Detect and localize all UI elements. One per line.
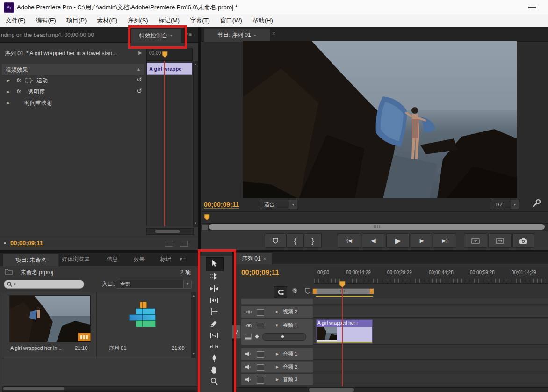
add-marker-button[interactable] bbox=[265, 233, 286, 248]
extract-button[interactable] bbox=[488, 233, 512, 248]
rate-stretch-tool-icon[interactable] bbox=[209, 307, 219, 316]
timeline-timecode[interactable]: 00;00;09;11 bbox=[241, 269, 279, 276]
track-lock-toggle[interactable] bbox=[257, 377, 264, 384]
minimize-button[interactable] bbox=[528, 7, 536, 8]
ec-toggle-icon[interactable] bbox=[165, 241, 173, 247]
track-header-video2[interactable]: ▶ 视频 2 bbox=[241, 306, 313, 318]
ec-vscrollbar[interactable]: ▲ ▼ bbox=[193, 61, 198, 227]
ec-effect-row-motion[interactable]: ▶ fx 运动 ↺ bbox=[2, 75, 144, 86]
tab-close-icon[interactable]: × bbox=[272, 31, 275, 36]
razor-tool-icon[interactable] bbox=[210, 319, 218, 327]
media-browser-tab[interactable]: 媒体浏览器 bbox=[62, 256, 90, 262]
track-lane-audio2[interactable] bbox=[313, 361, 548, 372]
menu-title[interactable]: 字幕(T) bbox=[190, 16, 210, 25]
ec-mini-clip[interactable]: A girl wrappe bbox=[147, 63, 192, 75]
scroll-up-icon[interactable]: ▲ bbox=[194, 63, 197, 65]
scroll-down-icon[interactable]: ▼ bbox=[194, 222, 197, 225]
track-lane-audio1[interactable] bbox=[313, 348, 548, 360]
pen-tool-icon[interactable] bbox=[210, 354, 218, 363]
slide-tool-icon[interactable] bbox=[209, 342, 219, 351]
timeline-playhead-line[interactable] bbox=[342, 283, 343, 386]
track-output-eye-icon[interactable] bbox=[245, 310, 252, 314]
snap-button[interactable] bbox=[274, 286, 287, 298]
track-expand-icon[interactable]: ▶ bbox=[276, 365, 279, 369]
ec-mini-timeline[interactable]: A girl wrappe bbox=[146, 61, 193, 226]
program-zoom-bar[interactable] bbox=[209, 224, 545, 230]
video1-target-badge[interactable]: V bbox=[232, 325, 241, 339]
project-hscroll-thumb[interactable] bbox=[3, 387, 64, 390]
program-playhead-icon[interactable] bbox=[204, 214, 210, 221]
source-monitor-tab[interactable]: nding on the beach.mp4: 00;00;00;00 bbox=[1, 32, 94, 38]
program-tab[interactable]: 节目: 序列 01 ▼ bbox=[204, 28, 270, 42]
scroll-down-icon[interactable]: ▼ bbox=[192, 352, 195, 355]
ec-current-timecode[interactable]: 00;00;09;11 bbox=[10, 240, 43, 247]
selection-tool-icon[interactable] bbox=[210, 259, 218, 268]
ec-playhead-marker-icon[interactable] bbox=[162, 51, 168, 58]
track-lane-video2[interactable] bbox=[313, 306, 548, 318]
items-vscrollbar[interactable]: ▲ ▼ bbox=[191, 292, 196, 358]
scroll-up-icon[interactable]: ▲ bbox=[192, 294, 195, 297]
tab-close-icon[interactable]: × bbox=[263, 256, 266, 261]
ec-hscrollbar[interactable] bbox=[146, 228, 194, 235]
lift-button[interactable] bbox=[464, 233, 487, 248]
ripple-edit-tool-icon[interactable] bbox=[209, 284, 219, 293]
track-collapse-icon[interactable]: ▼ bbox=[275, 324, 279, 327]
info-tab[interactable]: 信息 bbox=[107, 256, 118, 262]
timeline-playhead-icon[interactable] bbox=[339, 281, 346, 288]
step-back-button[interactable]: ◀| bbox=[362, 233, 385, 248]
timeline-clip[interactable]: A girl wrapped her i bbox=[316, 319, 373, 344]
slip-tool-icon[interactable] bbox=[209, 331, 219, 340]
program-scrub-bar[interactable] bbox=[201, 211, 548, 224]
goto-out-button[interactable]: ▶} bbox=[433, 233, 456, 248]
track-select-tool-icon[interactable] bbox=[209, 272, 219, 281]
track-expand-icon[interactable]: ▶ bbox=[276, 378, 279, 382]
settings-wrench-icon[interactable] bbox=[531, 198, 541, 209]
track-header-audio3[interactable]: ▶ 音频 3 bbox=[241, 374, 313, 385]
menu-clip[interactable]: 素材(C) bbox=[97, 16, 117, 25]
program-zoom-handle[interactable] bbox=[202, 224, 208, 231]
mark-out-button[interactable]: } bbox=[304, 233, 322, 248]
markers-tab[interactable]: 标记 bbox=[160, 256, 171, 262]
expand-icon[interactable]: ▶ bbox=[7, 90, 10, 94]
track-lane-audio3[interactable] bbox=[313, 374, 548, 385]
panel-menu-icon[interactable]: ▼≡ bbox=[179, 257, 186, 261]
track-lock-toggle[interactable] bbox=[257, 309, 264, 316]
search-input[interactable]: ▾ bbox=[4, 280, 84, 289]
step-forward-button[interactable]: |▶ bbox=[411, 233, 432, 248]
track-lock-toggle[interactable] bbox=[257, 364, 264, 371]
project-tab[interactable]: 项目: 未命名 bbox=[3, 254, 59, 266]
track-height-slider[interactable] bbox=[262, 333, 306, 341]
ec-keyframe-nav-icon[interactable] bbox=[180, 241, 188, 247]
export-frame-button[interactable] bbox=[512, 233, 534, 248]
filter-dropdown[interactable]: 全部 ▼ bbox=[116, 280, 192, 289]
timeline-hscrollbar[interactable] bbox=[234, 387, 548, 392]
track-header-audio2[interactable]: ▶ 音频 2 bbox=[241, 361, 313, 373]
reset-icon[interactable]: ↺ bbox=[137, 87, 142, 94]
track-lock-toggle[interactable] bbox=[257, 351, 264, 358]
track-header-video1[interactable]: ▼ 视频 1 bbox=[241, 319, 313, 345]
set-marker-icon[interactable] bbox=[305, 288, 310, 294]
project-item-clip[interactable]: A girl wrapped her in... 21:10 bbox=[2, 292, 96, 358]
menu-sequence[interactable]: 序列(S) bbox=[128, 16, 148, 25]
zoom-tool-icon[interactable] bbox=[210, 377, 218, 385]
zoom-level-dropdown[interactable]: 适合 ▼ bbox=[260, 200, 297, 209]
ec-playhead-line[interactable] bbox=[164, 61, 165, 226]
reset-icon[interactable]: ↺ bbox=[137, 76, 142, 83]
project-hscrollbar[interactable] bbox=[2, 386, 197, 392]
timeline-hscroll-thumb[interactable] bbox=[309, 388, 354, 392]
program-timecode[interactable]: 00;00;09;11 bbox=[204, 201, 239, 209]
playback-resolution-dropdown[interactable]: 1/2 ▼ bbox=[491, 200, 519, 209]
track-header-audio1[interactable]: ▶ 音频 1 bbox=[241, 348, 313, 360]
search-caret-icon[interactable]: ▾ bbox=[14, 283, 16, 286]
menu-help[interactable]: 帮助(H) bbox=[252, 16, 273, 25]
ec-effect-row-opacity[interactable]: ▶ fx 透明度 ↺ bbox=[2, 86, 144, 97]
timeline-ruler[interactable]: 00;00 00;00;14;29 00;00;29;29 00;00;44;2… bbox=[314, 267, 548, 284]
effect-controls-tab[interactable]: 特效控制台 ▼ bbox=[131, 29, 181, 43]
encore-marker-icon[interactable] bbox=[291, 287, 299, 296]
mark-in-button[interactable]: { bbox=[286, 233, 304, 248]
display-style-icon[interactable] bbox=[245, 334, 252, 340]
expand-icon[interactable]: ▶ bbox=[7, 79, 10, 83]
work-area-start-handle[interactable] bbox=[313, 289, 317, 294]
menu-marker[interactable]: 标记(M) bbox=[159, 16, 180, 25]
menu-file[interactable]: 文件(F) bbox=[6, 16, 26, 25]
